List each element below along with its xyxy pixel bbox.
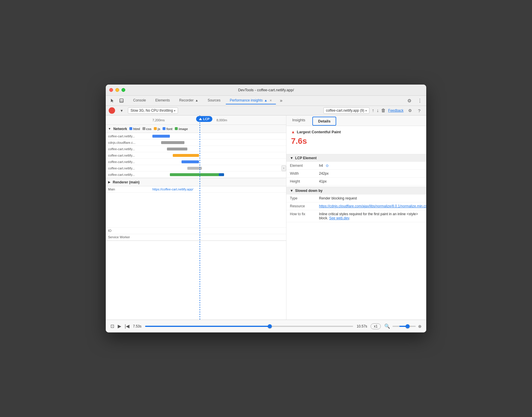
tab-insights[interactable]: Insights [286,115,311,126]
tab-details[interactable]: Details [312,117,337,126]
legend-image: image [175,127,188,131]
network-row-label: coffee-cart.netlify... [106,147,152,151]
network-row-label: cdnjs.cloudflare.c... [106,141,152,144]
network-row-label: coffee-cart.netlify... [106,160,152,164]
bar-other [187,167,202,170]
detail-value-element: h4 ⊙ [319,164,423,168]
legend-html: html [129,127,140,131]
screenshot-icon[interactable]: ⊡ [110,323,114,329]
renderer-row-sw: Service Worker [106,234,286,241]
renderer-section-label: Renderer (main) [113,180,140,184]
network-row: coffee-cart.netlify... [106,159,286,165]
timeline-ruler: 7,200ms 8,000m LCP [106,115,286,125]
toolbar-right: ⚙ ⋮ [405,97,424,104]
renderer-tall-row [106,193,286,228]
network-section: ▼ Network html css js font image coffee-… [106,125,286,178]
detail-label: Type [290,196,319,200]
renderer-row-io: IO [106,228,286,234]
network-row: coffee-cart.netlify... [106,152,286,159]
playback-slider-thumb[interactable] [268,324,272,328]
warning-triangle-icon: ▲ [291,129,295,134]
lcp-element-header[interactable]: ▼ LCP Element [286,154,426,162]
minimize-button[interactable] [115,88,119,92]
devtools-toolbar2: ▾ Slow 3G, No CPU throttling ▾ coffee-ca… [106,106,426,115]
zoom-in-icon[interactable]: ⊕ [418,324,422,329]
bar-js [173,154,199,157]
window-title: DevTools - coffee-cart.netlify.app/ [238,88,294,92]
devtools-window: DevTools - coffee-cart.netlify.app/ Cons… [106,85,426,332]
network-row: coffee-cart.netlify... [106,171,286,178]
record-button[interactable] [109,107,115,114]
tab-recorder[interactable]: Recorder ▲ [175,97,202,104]
help-icon[interactable]: ? [415,107,423,114]
zoom-slider[interactable] [392,326,416,327]
close-button[interactable] [109,88,113,92]
tab-console[interactable]: Console [129,97,150,104]
element-inspect-icon[interactable]: ⊙ [326,164,329,168]
target-dropdown[interactable]: coffee-cart.netlify.app (9) ▾ [323,107,370,114]
network-throttle-dropdown[interactable]: Slow 3G, No CPU throttling ▾ [128,107,178,114]
detail-row-type: Type Render blocking request [286,195,426,202]
renderer-collapse-icon[interactable]: ▶ [108,181,110,184]
bottom-bar: ⊡ ▶ |◀ 7.53s 10.57s x1 🔍 ⊕ [106,320,426,332]
see-webdev-link[interactable]: See web.dev [329,216,349,220]
settings-gear-icon[interactable]: ⚙ [406,107,414,114]
legend-css: css [142,127,152,131]
bar-image-end [219,173,224,176]
tab-bar: Console Elements Recorder ▲ Sources Perf… [106,96,426,106]
tab-performance-insights[interactable]: Performance insights ▲ ✕ [226,97,276,104]
feedback-link[interactable]: Feedback [388,108,404,113]
lcp-section-triangle-icon: ▼ [290,156,293,160]
detail-label: How to fix [290,212,319,216]
playback-slider[interactable] [145,326,353,327]
bar-css [161,141,184,144]
download-icon[interactable]: ↓ [376,108,379,113]
resource-link[interactable]: https://cdnjs.cloudflare.com/ajax/libs/n… [319,204,426,208]
insight-value: 7.6s [291,136,422,146]
lcp-element-rows: Element h4 ⊙ Width 242px Height [286,162,426,185]
network-row-label: coffee-cart.netlify... [106,167,152,170]
target-dropdown-arrow: ▾ [365,109,367,112]
upload-icon[interactable]: ↑ [372,108,374,113]
detail-label: Width [290,171,319,176]
lcp-triangle-icon [199,118,202,120]
network-row-bar-area [152,146,286,152]
more-options-icon[interactable]: ⋮ [416,97,424,104]
detail-row-height: Height 41px [286,178,426,185]
bar-html [152,135,170,138]
network-row-bar-area [152,171,286,178]
tab-close-icon[interactable]: ✕ [269,99,272,102]
skip-start-icon[interactable]: |◀ [125,323,129,329]
dock-icon[interactable] [117,97,126,104]
tab-sources[interactable]: Sources [204,97,225,104]
chevron-right-icon[interactable]: › [281,165,286,171]
toolbar2-actions: ↑ ↓ 🗑 Feedback [372,108,404,113]
play-icon[interactable]: ▶ [118,323,121,329]
renderer-link[interactable]: https://coffee-cart.netlify.app/ [152,188,193,191]
delete-icon[interactable]: 🗑 [381,108,386,113]
zoom-out-icon[interactable]: 🔍 [384,323,390,329]
cursor-icon[interactable] [108,97,116,104]
more-tabs-icon[interactable]: » [277,97,285,104]
detail-row-howtofix: How to fix Inline critical styles requir… [286,210,426,222]
record-dropdown-icon[interactable]: ▾ [117,107,126,114]
settings-icon[interactable]: ⚙ [405,97,413,104]
renderer-io-content [152,228,286,230]
main-content: 7,200ms 8,000m LCP ▼ [106,115,426,320]
network-collapse-icon[interactable]: ▼ [108,127,111,130]
zoom-slider-thumb[interactable] [406,324,410,328]
detail-value-height: 41px [319,179,423,183]
network-row-bar-area: › [152,165,286,171]
speed-badge[interactable]: x1 [371,323,381,329]
right-panel-tabs: Insights Details [286,115,426,126]
maximize-button[interactable] [121,88,125,92]
details-content: ▲ Largest Contentful Paint 7.6s ▼ LCP El… [286,126,426,320]
network-section-label: Network [113,127,127,131]
recorder-icon: ▲ [195,99,198,102]
titlebar: DevTools - coffee-cart.netlify.app/ [106,85,426,96]
slowed-down-header[interactable]: ▼ Slowed down by [286,187,426,195]
legend-font: font [163,127,172,131]
lcp-badge: LCP [196,116,212,122]
network-row-label: coffee-cart.netlify... [106,173,152,176]
tab-elements[interactable]: Elements [151,97,174,104]
